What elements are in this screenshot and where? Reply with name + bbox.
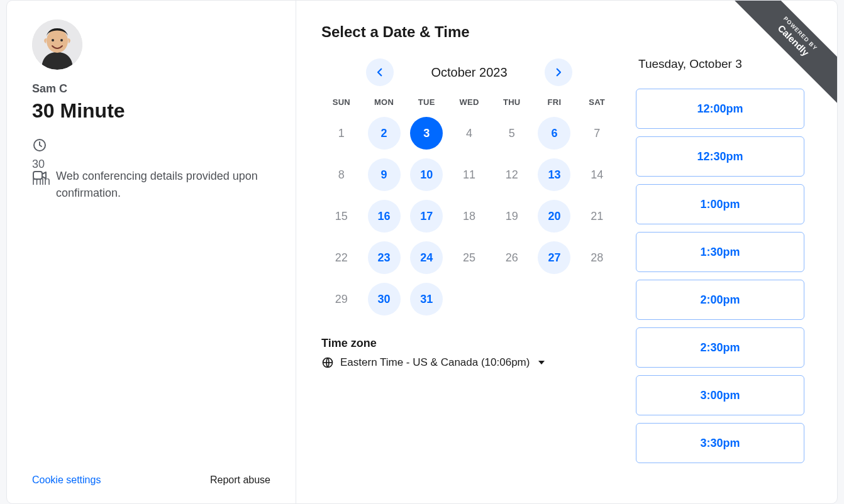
calendar-day-5: 5: [492, 117, 532, 150]
event-title: 30 Minute: [32, 99, 270, 123]
time-slot[interactable]: 3:00pm: [636, 375, 804, 415]
calendar-day-27[interactable]: 27: [538, 241, 570, 274]
time-slot[interactable]: 1:30pm: [636, 232, 804, 272]
calendar-day-8: 8: [321, 158, 362, 191]
weekday-header: SUNMONTUEWEDTHUFRISAT: [321, 97, 617, 107]
duration-row: 30 min: [32, 138, 270, 153]
location-text: Web conferencing details provided upon c…: [56, 168, 270, 202]
time-slot[interactable]: 2:30pm: [636, 327, 804, 368]
weekday-label: TUE: [406, 97, 447, 107]
weekday-label: SAT: [577, 97, 617, 107]
calendar-day-4: 4: [449, 117, 489, 150]
globe-icon: [321, 356, 334, 369]
svg-rect-6: [33, 172, 42, 179]
event-info-panel: Sam C 30 Minute 30 min Web conferencing …: [7, 1, 296, 503]
calendar-day-10[interactable]: 10: [410, 158, 443, 191]
calendar-day-11: 11: [449, 158, 489, 191]
month-label: October 2023: [419, 65, 519, 80]
calendar-day-28: 28: [577, 241, 617, 274]
cookie-settings-link[interactable]: Cookie settings: [32, 474, 101, 486]
time-slots-area: Tuesday, October 3 12:00pm12:30pm1:00pm1…: [636, 23, 818, 491]
selected-date-heading: Tuesday, October 3: [638, 57, 818, 71]
left-footer: Cookie settings Report abuse: [32, 462, 270, 491]
calendar-day-19: 19: [492, 200, 532, 233]
timezone-label: Time zone: [321, 337, 617, 350]
host-name: Sam C: [32, 82, 270, 96]
timezone-block: Time zone Eastern Time - US & Canada (10…: [321, 337, 617, 369]
calendar-day-9[interactable]: 9: [368, 158, 401, 191]
days-grid: 1234567891011121314151617181920212223242…: [321, 117, 617, 315]
weekday-label: FRI: [535, 97, 575, 107]
weekday-label: WED: [449, 97, 489, 107]
page-title: Select a Date & Time: [321, 23, 617, 41]
weekday-label: SUN: [321, 97, 362, 107]
time-slot[interactable]: 2:00pm: [636, 280, 804, 320]
calendar-day-18: 18: [449, 200, 489, 233]
calendar-day-22: 22: [321, 241, 362, 274]
video-icon: [32, 168, 47, 183]
caret-down-icon: [538, 361, 545, 364]
calendar-day-23[interactable]: 23: [368, 241, 401, 274]
calendar-area: Select a Date & Time October 2023 SUNMON…: [321, 23, 617, 491]
weekday-label: THU: [492, 97, 532, 107]
calendar-day-20[interactable]: 20: [538, 200, 570, 233]
next-month-button[interactable]: [545, 58, 572, 86]
calendar-day-1: 1: [321, 117, 362, 150]
calendar-day-2[interactable]: 2: [368, 117, 401, 150]
chevron-left-icon: [374, 67, 386, 78]
timezone-selector[interactable]: Eastern Time - US & Canada (10:06pm): [321, 356, 617, 369]
svg-point-4: [60, 39, 63, 41]
calendar-day-6[interactable]: 6: [538, 117, 570, 150]
chevron-right-icon: [553, 67, 564, 78]
month-nav: October 2023: [321, 58, 617, 86]
calendar-day-29: 29: [321, 283, 362, 315]
svg-point-3: [52, 39, 54, 41]
calendar-day-14: 14: [577, 158, 617, 191]
calendar-day-24[interactable]: 24: [410, 241, 443, 274]
calendar-day-30[interactable]: 30: [368, 283, 401, 315]
location-row: Web conferencing details provided upon c…: [32, 168, 270, 202]
calendar-day-13[interactable]: 13: [538, 158, 570, 191]
weekday-label: MON: [364, 97, 404, 107]
calendar-day-16[interactable]: 16: [368, 200, 401, 233]
avatar: [32, 19, 82, 70]
time-slot[interactable]: 12:30pm: [636, 136, 804, 177]
time-slot[interactable]: 1:00pm: [636, 184, 804, 224]
prev-month-button[interactable]: [366, 58, 394, 86]
clock-icon: 30 min: [32, 138, 47, 153]
calendar-day-7: 7: [577, 117, 617, 150]
calendar-day-12: 12: [492, 158, 532, 191]
calendar-day-26: 26: [492, 241, 532, 274]
time-slot[interactable]: 3:30pm: [636, 423, 804, 463]
time-slots-list[interactable]: 12:00pm12:30pm1:00pm1:30pm2:00pm2:30pm3:…: [636, 89, 818, 478]
calendar-day-3[interactable]: 3: [410, 117, 443, 150]
calendar-day-15: 15: [321, 200, 362, 233]
timezone-value: Eastern Time - US & Canada (10:06pm): [340, 356, 530, 369]
booking-card: POWERED BY Calendly: [6, 0, 838, 504]
report-abuse-link[interactable]: Report abuse: [210, 474, 270, 486]
calendar-day-31[interactable]: 31: [410, 283, 443, 315]
calendar-day-25: 25: [449, 241, 489, 274]
time-slot[interactable]: 12:00pm: [636, 89, 804, 129]
calendar-day-17[interactable]: 17: [410, 200, 443, 233]
scheduling-panel: Select a Date & Time October 2023 SUNMON…: [296, 1, 837, 503]
calendar-day-21: 21: [577, 200, 617, 233]
svg-point-2: [47, 29, 68, 53]
